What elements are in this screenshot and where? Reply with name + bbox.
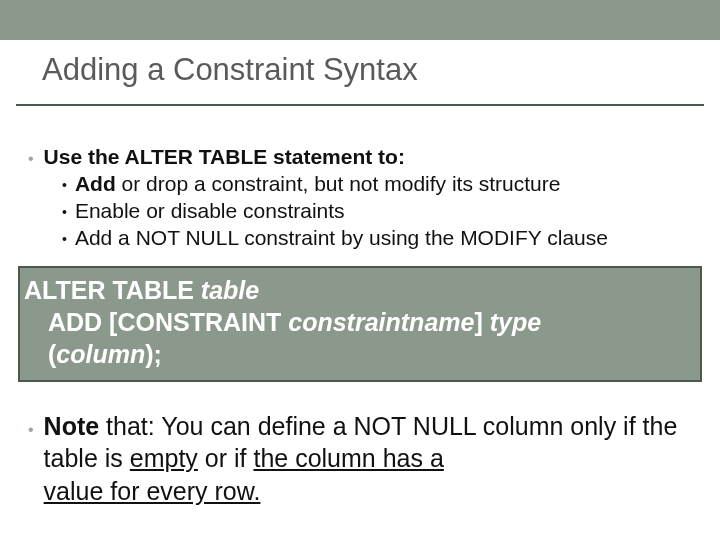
- note-section: • Note that: You can define a NOT NULL c…: [0, 382, 720, 508]
- slide-title: Adding a Constraint Syntax: [0, 40, 720, 96]
- note-text: Note that: You can define a NOT NULL col…: [44, 410, 692, 508]
- sub-bullet-3: • Add a NOT NULL constraint by using the…: [28, 225, 692, 252]
- code-line-1: ALTER TABLE table: [22, 274, 692, 306]
- code-text: ALTER TABLE: [125, 145, 268, 168]
- text: Note: [44, 412, 100, 440]
- text: or drop a constraint, but not modify its…: [116, 172, 561, 195]
- body-content: • Use the ALTER TABLE statement to: • Ad…: [0, 106, 720, 252]
- text: constraint by using the: [238, 226, 460, 249]
- sub-bullet-text: Enable or disable constraints: [75, 198, 345, 225]
- code-line-3: (column);: [22, 338, 692, 370]
- code-text: ADD [CONSTRAINT: [48, 308, 288, 336]
- sql-syntax-box: ALTER TABLE table ADD [CONSTRAINT constr…: [18, 266, 702, 382]
- underlined-text: the column has a: [253, 444, 443, 472]
- code-text: );: [145, 340, 162, 368]
- sub-bullet-2: • Enable or disable constraints: [28, 198, 692, 225]
- code-placeholder: type: [490, 308, 541, 336]
- code-line-2: ADD [CONSTRAINT constraintname] type: [22, 306, 692, 338]
- code-text: NOT NULL: [136, 226, 239, 249]
- slide: Adding a Constraint Syntax • Use the ALT…: [0, 0, 720, 540]
- bullet-icon: •: [28, 420, 34, 441]
- bullet-main-text: Use the ALTER TABLE statement to:: [44, 144, 405, 171]
- text: Add a: [75, 226, 136, 249]
- bullet-icon: •: [62, 204, 67, 222]
- bullet-main: • Use the ALTER TABLE statement to:: [28, 144, 692, 171]
- code-text: NOT NULL: [354, 412, 476, 440]
- text: Use the: [44, 145, 125, 168]
- code-text: MODIFY: [460, 226, 541, 249]
- code-text: ]: [474, 308, 489, 336]
- bullet-icon: •: [62, 231, 67, 249]
- text: that: You can define a: [99, 412, 353, 440]
- code-placeholder: column: [56, 340, 145, 368]
- code-text: ALTER TABLE: [24, 276, 201, 304]
- text: Add: [75, 172, 116, 195]
- code-placeholder: constraintname: [288, 308, 474, 336]
- text: clause: [541, 226, 608, 249]
- text: or if: [198, 444, 254, 472]
- bullet-icon: •: [62, 177, 67, 195]
- underlined-text: value for every row.: [44, 477, 261, 505]
- text: statement to:: [267, 145, 405, 168]
- note-bullet: • Note that: You can define a NOT NULL c…: [28, 410, 692, 508]
- bullet-icon: •: [28, 149, 34, 169]
- top-banner: [0, 0, 720, 40]
- sub-bullet-text: Add a NOT NULL constraint by using the M…: [75, 225, 608, 252]
- sub-bullet-text: Add or drop a constraint, but not modify…: [75, 171, 561, 198]
- sub-bullet-1: • Add or drop a constraint, but not modi…: [28, 171, 692, 198]
- underlined-text: empty: [130, 444, 198, 472]
- code-placeholder: table: [201, 276, 259, 304]
